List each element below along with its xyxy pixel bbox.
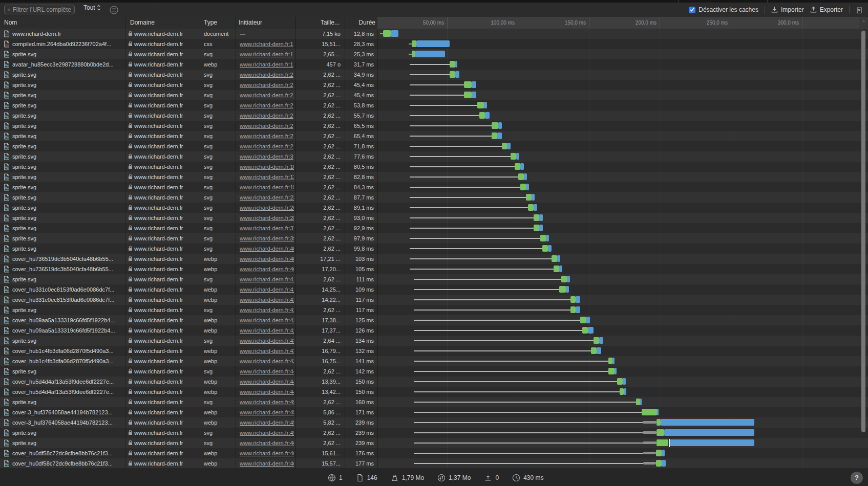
table-row[interactable]: sprite.svgwww.richard-dern.frsvgwww.rich… [0, 121, 868, 131]
table-row[interactable]: sprite.svgwww.richard-dern.frsvgwww.rich… [0, 428, 868, 438]
clear-network-items-button[interactable] [856, 6, 863, 14]
table-row[interactable]: avatar_hu85ecc3e298728880b0bde2d...www.r… [0, 59, 868, 70]
initiator-link[interactable]: www.richard-dern.fr:44 [240, 389, 294, 395]
initiator-link[interactable]: www.richard-dern.fr:45 [240, 430, 294, 436]
table-row[interactable]: cover_hu0df58c72dc9cfbe8bb76c21f3...www.… [0, 448, 868, 458]
initiator-link[interactable]: www.richard-dern.fr:2 [240, 72, 293, 78]
initiator-link[interactable]: www.richard-dern.fr:41 [240, 276, 294, 282]
table-row[interactable]: <>www.richard-dern.frwww.richard-dern.fr… [0, 29, 868, 39]
initiator-link[interactable]: www.richard-dern.fr:28 [240, 215, 294, 221]
initiator-link[interactable]: www.richard-dern.fr:45 [240, 399, 294, 405]
table-row[interactable]: sprite.svgwww.richard-dern.frsvgwww.rich… [0, 397, 868, 407]
initiator-link[interactable]: www.richard-dern.fr:42 [240, 307, 294, 313]
table-row[interactable]: sprite.svgwww.richard-dern.frsvgwww.rich… [0, 438, 868, 448]
initiator-link[interactable]: www.richard-dern.fr:42 [240, 317, 294, 323]
table-row[interactable]: sprite.svgwww.richard-dern.frsvgwww.rich… [0, 151, 868, 162]
table-row[interactable]: cover_hu331c0ec8153f0ad6e0086dc7f...www.… [0, 295, 868, 305]
table-row[interactable]: sprite.svgwww.richard-dern.frsvgwww.rich… [0, 336, 868, 346]
initiator-link[interactable]: www.richard-dern.fr:40 [240, 246, 294, 252]
initiator-link[interactable]: www.richard-dern.fr:40 [240, 256, 294, 262]
table-row[interactable]: sprite.svgwww.richard-dern.frsvgwww.rich… [0, 141, 868, 151]
initiator-link[interactable]: www.richard-dern.fr:2 [240, 133, 293, 139]
initiator-link[interactable]: www.richard-dern.fr:37 [240, 225, 294, 231]
initiator-link[interactable]: www.richard-dern.fr:46 [240, 450, 294, 456]
table-row[interactable]: sprite.svgwww.richard-dern.frsvgwww.rich… [0, 172, 868, 182]
initiator-link[interactable]: www.richard-dern.fr:43 [240, 338, 294, 344]
table-row[interactable]: cover_hu5d4d4af13a53f9dee6df2227e...www.… [0, 377, 868, 387]
initiator-link[interactable]: www.richard-dern.fr:1 [240, 51, 293, 57]
table-row[interactable]: cover_hu331c0ec8153f0ad6e0086dc7f...www.… [0, 284, 868, 295]
table-row[interactable]: cover_hu0df58c72dc9cfbe8bb76c21f3...www.… [0, 458, 868, 469]
table-row[interactable]: sprite.svgwww.richard-dern.frsvgwww.rich… [0, 223, 868, 233]
table-row[interactable]: sprite.svgwww.richard-dern.frsvgwww.rich… [0, 100, 868, 111]
table-row[interactable]: sprite.svgwww.richard-dern.frsvgwww.rich… [0, 233, 868, 244]
initiator-link[interactable]: www.richard-dern.fr:46 [240, 460, 294, 467]
column-separator[interactable] [236, 17, 236, 29]
column-separator[interactable] [295, 17, 296, 29]
disable-caches-toggle[interactable]: Désactiver les caches [689, 6, 758, 13]
initiator-link[interactable]: www.richard-dern.fr:23 [240, 194, 294, 201]
table-row[interactable]: sprite.svgwww.richard-dern.frsvgwww.rich… [0, 213, 868, 223]
table-row[interactable]: sprite.svgwww.richard-dern.frsvgwww.rich… [0, 203, 868, 213]
table-row[interactable]: sprite.svgwww.richard-dern.frsvgwww.rich… [0, 366, 868, 377]
table-row[interactable]: sprite.svgwww.richard-dern.frsvgwww.rich… [0, 182, 868, 192]
initiator-link[interactable]: www.richard-dern.fr:26 [240, 205, 294, 211]
column-separator[interactable] [125, 17, 125, 29]
column-header-dure[interactable]: Durée [345, 17, 375, 29]
initiator-link[interactable]: www.richard-dern.fr:46 [240, 440, 294, 446]
help-button[interactable]: ? [851, 472, 863, 484]
initiator-link[interactable]: www.richard-dern.fr:3 [240, 153, 293, 160]
column-header-taille[interactable]: Taille... [295, 17, 340, 29]
import-button[interactable]: Importer [771, 6, 804, 13]
table-row[interactable]: sprite.svgwww.richard-dern.frsvgwww.rich… [0, 111, 868, 121]
table-row[interactable]: cover_hu09aa5a133319c66fd5f1922b4...www.… [0, 325, 868, 336]
initiator-link[interactable]: www.richard-dern.fr:44 [240, 368, 294, 374]
table-row[interactable]: sprite.svgwww.richard-dern.frsvgwww.rich… [0, 80, 868, 90]
scope-select[interactable]: Tout [83, 4, 101, 11]
initiator-link[interactable]: www.richard-dern.fr:42 [240, 327, 294, 334]
initiator-link[interactable]: www.richard-dern.fr:43 [240, 358, 294, 364]
initiator-link[interactable]: www.richard-dern.fr:1 [240, 61, 293, 68]
checkbox-checked-icon[interactable] [689, 7, 695, 13]
table-row[interactable]: cover_hub1c4fb3dfa06d2870f5d490a3...www.… [0, 346, 868, 356]
table-row[interactable]: sprite.svgwww.richard-dern.frsvgwww.rich… [0, 274, 868, 284]
initiator-link[interactable]: www.richard-dern.fr:2 [240, 92, 293, 98]
initiator-link[interactable]: www.richard-dern.fr:12 [240, 174, 294, 180]
column-separator[interactable] [201, 17, 201, 29]
initiator-link[interactable]: www.richard-dern.fr:2 [240, 113, 293, 119]
initiator-link[interactable]: www.richard-dern.fr:45 [240, 409, 294, 415]
table-row[interactable]: cover_hu736519dc3b5040cfa48b6b55...www.r… [0, 254, 868, 264]
table-row[interactable]: sprite.svgwww.richard-dern.frsvgwww.rich… [0, 162, 868, 172]
table-row[interactable]: sprite.svgwww.richard-dern.frsvgwww.rich… [0, 49, 868, 59]
table-row[interactable]: cover_hub1c4fb3dfa06d2870f5d490a3...www.… [0, 356, 868, 366]
column-header-initiateur[interactable]: Initiateur [239, 17, 262, 29]
initiator-link[interactable]: www.richard-dern.fr:41 [240, 286, 294, 293]
column-header-nom[interactable]: Nom [4, 17, 17, 29]
initiator-link[interactable]: www.richard-dern.fr:2 [240, 102, 293, 108]
table-row[interactable]: sprite.svgwww.richard-dern.frsvgwww.rich… [0, 70, 868, 80]
table-row[interactable]: sprite.svgwww.richard-dern.frsvgwww.rich… [0, 90, 868, 100]
initiator-link[interactable]: www.richard-dern.fr:10 [240, 164, 294, 170]
export-button[interactable]: Exporter [810, 6, 843, 13]
table-row[interactable]: csscompiled.min.264dba0d92236f702a4f...w… [0, 39, 868, 49]
table-row[interactable]: cover-3_huf3764058ae44194b782123...www.r… [0, 417, 868, 428]
initiator-link[interactable]: www.richard-dern.fr:2 [240, 123, 293, 129]
initiator-link[interactable]: www.richard-dern.fr:44 [240, 379, 294, 385]
column-separator[interactable] [345, 17, 345, 29]
column-header-domaine[interactable]: Domaine [130, 17, 155, 29]
initiator-link[interactable]: www.richard-dern.fr:45 [240, 419, 294, 426]
filter-options-button[interactable] [110, 6, 118, 14]
initiator-link[interactable]: www.richard-dern.fr:41 [240, 297, 294, 303]
filter-url-input[interactable]: Filtrer l'URL complète [4, 5, 75, 14]
scrollbar-up-arrow[interactable]: ⌃ [859, 17, 868, 29]
initiator-link[interactable]: www.richard-dern.fr:40 [240, 266, 294, 272]
table-row[interactable]: sprite.svgwww.richard-dern.frsvgwww.rich… [0, 305, 868, 315]
column-header-type[interactable]: Type [204, 17, 217, 29]
initiator-link[interactable]: www.richard-dern.fr:2 [240, 82, 293, 88]
initiator-link[interactable]: www.richard-dern.fr:39 [240, 235, 294, 241]
table-row[interactable]: cover-3_huf3764058ae44194b782123...www.r… [0, 407, 868, 417]
initiator-link[interactable]: www.richard-dern.fr:2 [240, 143, 293, 149]
table-row[interactable]: cover_hu09aa5a133319c66fd5f1922b4...www.… [0, 315, 868, 325]
vertical-scrollbar-thumb[interactable] [861, 31, 865, 432]
table-row[interactable]: cover_hu5d4d4af13a53f9dee6df2227e...www.… [0, 387, 868, 397]
